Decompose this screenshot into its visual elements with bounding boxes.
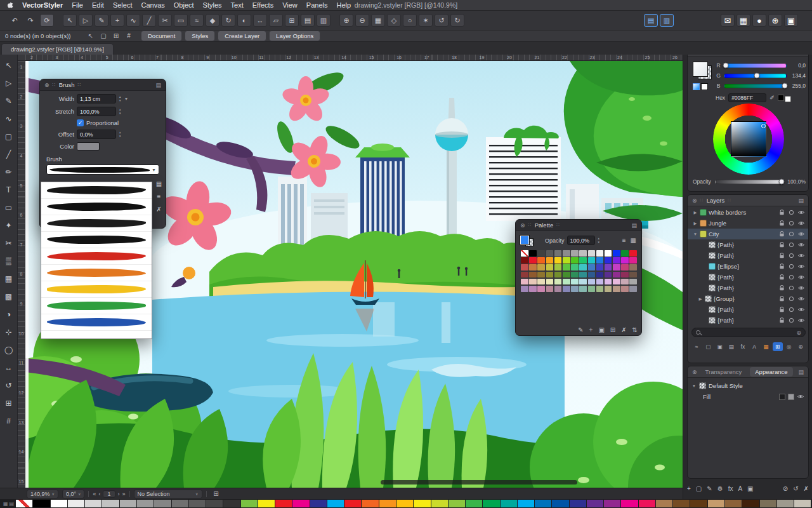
- first-page-button[interactable]: «: [93, 491, 96, 497]
- fill-color-well[interactable]: [520, 236, 529, 244]
- palette-swatch[interactable]: [613, 279, 620, 285]
- strip-swatch[interactable]: [431, 500, 448, 507]
- palette-swatch[interactable]: [579, 279, 587, 285]
- palette-swatch[interactable]: [621, 257, 629, 264]
- add-filter-icon[interactable]: ⊕: [796, 342, 806, 351]
- rows-filter-icon[interactable]: ▤: [726, 342, 737, 351]
- expand-arrow-icon[interactable]: ▶: [693, 210, 698, 215]
- menu-item[interactable]: Select: [113, 1, 133, 9]
- redo-icon[interactable]: ↷: [23, 14, 37, 27]
- layer-name[interactable]: White borders: [709, 209, 776, 216]
- gradient-tool-icon[interactable]: ▒: [2, 254, 16, 267]
- channel-value[interactable]: 255,0: [789, 83, 806, 89]
- target-circle-icon[interactable]: [788, 231, 795, 237]
- disable-icon[interactable]: ⊘: [783, 485, 788, 492]
- guides-icon[interactable]: ▦: [371, 14, 385, 27]
- palette-swatch[interactable]: [571, 279, 579, 285]
- eye-icon[interactable]: [797, 295, 805, 302]
- lock-icon[interactable]: [778, 295, 785, 302]
- eyedropper-icon[interactable]: ✐: [769, 95, 775, 101]
- width-tool-icon[interactable]: ◆: [206, 14, 219, 27]
- offset-stepper[interactable]: ▲▼: [119, 131, 121, 137]
- palette-swatch[interactable]: [537, 286, 545, 292]
- palette-swatch[interactable]: [546, 264, 554, 271]
- mirror-tool-icon[interactable]: ◐: [237, 14, 251, 27]
- list-view-icon[interactable]: ≡: [622, 237, 626, 244]
- selection-mode-icon[interactable]: ▢: [98, 32, 109, 41]
- layer-row[interactable]: {Path}: [688, 315, 808, 326]
- eye-icon[interactable]: [797, 306, 805, 313]
- eye-icon[interactable]: [797, 241, 805, 248]
- palette-swatch[interactable]: [537, 279, 545, 285]
- palette-swatch[interactable]: [571, 286, 579, 292]
- eye-icon[interactable]: [797, 252, 805, 259]
- align-icon[interactable]: ▤: [301, 14, 315, 27]
- palette-swatch[interactable]: [529, 279, 537, 285]
- strip-swatch[interactable]: [275, 500, 292, 507]
- palette-swatch[interactable]: [596, 264, 604, 271]
- palette-swatch[interactable]: [521, 250, 528, 257]
- palette-swatch[interactable]: [629, 286, 637, 292]
- rotation-dropdown[interactable]: 0,0°∨: [62, 490, 85, 498]
- layer-row[interactable]: ▼ City: [688, 229, 808, 239]
- strip-swatch[interactable]: [68, 500, 84, 507]
- layer-row[interactable]: {Ellipse}: [688, 261, 808, 272]
- fill-alt-swatch[interactable]: [788, 394, 794, 400]
- fx-filter-icon[interactable]: fx: [738, 342, 748, 351]
- expand-arrow-icon[interactable]: ▶: [698, 297, 703, 302]
- layer-thumbnail[interactable]: [709, 241, 716, 248]
- strip-swatch[interactable]: [292, 500, 309, 507]
- target-circle-icon[interactable]: [788, 252, 795, 259]
- mesh-tool-icon[interactable]: ▦: [2, 272, 16, 285]
- layer-thumbnail[interactable]: [709, 284, 716, 291]
- layer-row[interactable]: ▶ White borders: [688, 207, 808, 218]
- search-zoom-icon[interactable]: ⊕: [796, 330, 801, 336]
- app-name[interactable]: VectorStyler: [22, 1, 63, 9]
- snapshot-icon[interactable]: ▣: [747, 485, 753, 492]
- expand-arrow-icon[interactable]: ▼: [691, 384, 697, 388]
- shear-tool-icon[interactable]: ▱: [269, 14, 283, 27]
- palette-swatch[interactable]: [546, 286, 554, 292]
- strip-swatch[interactable]: [310, 500, 327, 507]
- layer-thumbnail[interactable]: [709, 274, 716, 281]
- history-forward-icon[interactable]: ↻: [450, 14, 464, 27]
- strip-grid-icon[interactable]: ▦: [3, 501, 8, 507]
- wave-filter-icon[interactable]: ≈: [691, 342, 702, 351]
- delete-swatch-icon[interactable]: ✗: [621, 326, 626, 333]
- strip-swatch[interactable]: [604, 500, 620, 507]
- eye-icon[interactable]: [797, 317, 805, 324]
- eraser-tool-icon[interactable]: ▭: [174, 14, 188, 27]
- palette-swatch[interactable]: [521, 257, 528, 264]
- swatch-group-icon[interactable]: ▣: [598, 326, 604, 333]
- brush-list-item[interactable]: [41, 182, 152, 199]
- text-style-icon[interactable]: A: [738, 485, 742, 492]
- opacity-input[interactable]: 100,0%: [567, 236, 595, 245]
- direct-select-tool-icon[interactable]: ▷: [2, 76, 16, 90]
- history-back-icon[interactable]: ↺: [435, 14, 449, 27]
- lock-icon[interactable]: [778, 241, 785, 248]
- undo-icon[interactable]: ↶: [8, 14, 22, 27]
- strip-swatch[interactable]: [742, 500, 759, 507]
- palette-swatch[interactable]: [537, 272, 545, 278]
- hash-icon[interactable]: #: [123, 32, 134, 41]
- palette-swatch[interactable]: [605, 279, 612, 285]
- strip-swatch[interactable]: [51, 500, 67, 507]
- target-circle-icon[interactable]: [788, 317, 795, 324]
- delete-brush-icon[interactable]: ✗: [156, 206, 161, 213]
- appearance-panel-header[interactable]: ⊗ Transparency Appearance ▤: [688, 366, 808, 378]
- grid-toggle-icon[interactable]: ⊞: [211, 490, 222, 498]
- strip-swatch[interactable]: [518, 500, 534, 507]
- menu-item[interactable]: Text: [231, 1, 244, 9]
- palette-swatch[interactable]: [571, 250, 579, 257]
- layer-thumbnail[interactable]: [709, 263, 716, 270]
- palette-swatch[interactable]: [546, 257, 554, 264]
- target-circle-icon[interactable]: [788, 295, 795, 302]
- pattern-tool-icon[interactable]: ▩: [2, 290, 16, 303]
- menu-item[interactable]: Edit: [92, 1, 104, 9]
- palette-swatch[interactable]: [546, 250, 554, 257]
- opacity-value[interactable]: 100,0%: [787, 178, 806, 185]
- palette-swatch[interactable]: [563, 250, 570, 257]
- palette-swatch[interactable]: [613, 286, 620, 292]
- delete-icon[interactable]: ✗: [804, 485, 809, 492]
- offset-input[interactable]: 0,0%: [77, 130, 116, 139]
